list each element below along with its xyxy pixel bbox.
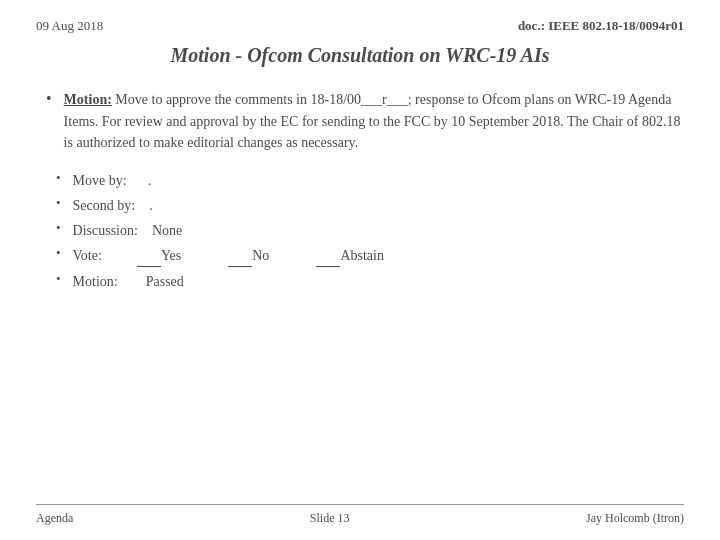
moveby-text: Move by: . xyxy=(73,170,152,191)
bullet-dot-2: • xyxy=(56,195,61,211)
motion-label: Motion: xyxy=(64,92,112,107)
discussion-value: None xyxy=(152,223,182,238)
motion-result-label: Motion: xyxy=(73,274,143,289)
bullet-dot-1: • xyxy=(56,170,61,186)
header-date: 09 Aug 2018 xyxy=(36,18,103,34)
list-item-moveby: • Move by: . xyxy=(56,170,684,191)
list-item-secondby: • Second by: . xyxy=(56,195,684,216)
vote-no-value: No xyxy=(252,248,269,263)
moveby-value: . xyxy=(148,173,152,188)
vote-abstain-value: Abstain xyxy=(340,248,384,263)
motion-result-value: Passed xyxy=(146,274,184,289)
secondby-value: . xyxy=(149,198,153,213)
bullet-dot-3: • xyxy=(56,220,61,236)
moveby-label: Move by: xyxy=(73,173,145,188)
vote-yes-value: Yes xyxy=(161,248,181,263)
bullet-dot-5: • xyxy=(56,271,61,287)
footer-right: Jay Holcomb (Itron) xyxy=(586,511,684,526)
bullet-dot-main: • xyxy=(46,90,52,108)
motion-result-text: Motion: Passed xyxy=(73,271,184,292)
footer-left: Agenda xyxy=(36,511,73,526)
vote-blank-yes xyxy=(137,245,161,267)
main-bullet: • Motion: Move to approve the comments i… xyxy=(46,89,684,154)
content-area: • Motion: Move to approve the comments i… xyxy=(36,89,684,504)
header: 09 Aug 2018 doc.: IEEE 802.18-18/0094r01 xyxy=(36,18,684,34)
vote-label: Vote: xyxy=(73,248,134,263)
header-doc: doc.: IEEE 802.18-18/0094r01 xyxy=(518,18,684,34)
list-item-motion: • Motion: Passed xyxy=(56,271,684,292)
motion-text: Move to approve the comments in 18-18/00… xyxy=(64,92,681,150)
list-item-vote: • Vote: Yes No Abstain xyxy=(56,245,684,267)
page-title: Motion - Ofcom Consultation on WRC-19 AI… xyxy=(36,44,684,67)
vote-blank-abstain xyxy=(316,245,340,267)
page: 09 Aug 2018 doc.: IEEE 802.18-18/0094r01… xyxy=(0,0,720,540)
vote-text: Vote: Yes No Abstain xyxy=(73,245,384,267)
list-item-discussion: • Discussion: None xyxy=(56,220,684,241)
secondby-label: Second by: xyxy=(73,198,146,213)
secondby-text: Second by: . xyxy=(73,195,153,216)
bullet-dot-4: • xyxy=(56,245,61,261)
vote-blank-no xyxy=(228,245,252,267)
footer: Agenda Slide 13 Jay Holcomb (Itron) xyxy=(36,504,684,526)
sub-bullets-list: • Move by: . • Second by: . • Discussion… xyxy=(46,170,684,292)
discussion-text: Discussion: None xyxy=(73,220,183,241)
footer-center: Slide 13 xyxy=(310,511,350,526)
main-bullet-text: Motion: Move to approve the comments in … xyxy=(64,89,684,154)
discussion-label: Discussion: xyxy=(73,223,149,238)
